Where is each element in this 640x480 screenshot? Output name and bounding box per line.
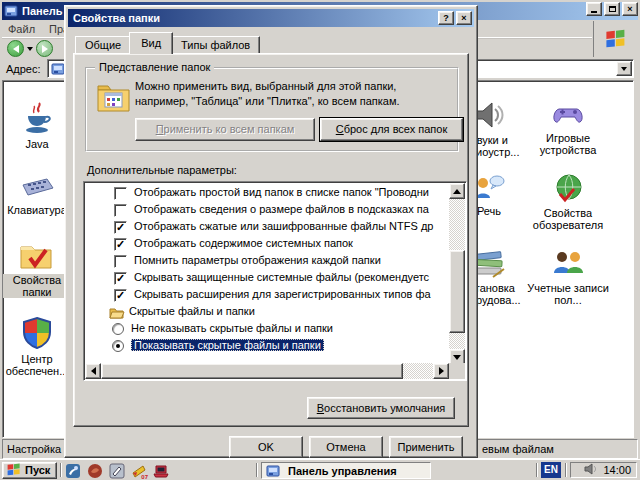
restore-button[interactable] <box>604 2 620 16</box>
security-icon <box>3 316 71 350</box>
arrow-up-icon <box>453 189 461 194</box>
language-indicator[interactable]: EN <box>541 462 561 478</box>
windows-flag-icon <box>6 461 22 480</box>
cp-icon-users[interactable]: Учетные записи пол... <box>525 249 611 306</box>
scrollbar-corner <box>449 363 465 379</box>
tree-item[interactable]: Не показывать скрытые файлы и папки <box>85 321 448 338</box>
tree-item-label[interactable]: Отображать простой вид папок в списке па… <box>134 186 429 198</box>
apply-to-all-folders-button[interactable]: Применить ко всем папкам <box>135 118 315 141</box>
start-button[interactable]: Пуск <box>2 462 57 479</box>
quick-launch-icon-4[interactable]: 07 <box>130 462 148 479</box>
folder-icon <box>109 306 125 322</box>
taskbar-task-control-panel[interactable]: Панель управления <box>261 462 431 479</box>
windows-logo-panel <box>593 21 637 57</box>
tree-item-label[interactable]: Отображать сведения о размере файлов в п… <box>134 203 429 215</box>
users-icon <box>525 249 611 279</box>
tab-Типы файлов[interactable]: Типы файлов <box>171 36 260 54</box>
start-label: Пуск <box>25 463 50 478</box>
minimize-button[interactable] <box>586 2 602 16</box>
tree-item-label[interactable]: Скрывать защищенные системные файлы (рек… <box>134 271 429 283</box>
dialog-controls: ? × <box>438 11 472 25</box>
inet-icon <box>525 172 611 204</box>
restore-icon <box>609 6 616 12</box>
horizontal-scroll-thumb[interactable] <box>101 363 403 379</box>
scroll-left-button[interactable] <box>85 363 101 379</box>
quick-launch-icon-1[interactable] <box>64 462 82 479</box>
icon-label: Клавиатура <box>7 204 67 216</box>
control-panel-icon <box>4 4 18 18</box>
tree-item-label[interactable]: Скрытые файлы и папки <box>129 305 255 317</box>
reset-all-folders-button[interactable]: Сброс для всех папок <box>320 118 463 141</box>
tab-Общие[interactable]: Общие <box>75 36 131 54</box>
checkbox-unchecked[interactable] <box>114 255 127 268</box>
scroll-up-button[interactable] <box>449 183 465 199</box>
tree-item[interactable]: ✓Скрывать расширения для зарегистрирован… <box>85 287 448 304</box>
tree-item[interactable]: ✓Отображать сжатые или зашифрованные фай… <box>85 219 448 236</box>
checkbox-checked[interactable]: ✓ <box>114 289 127 302</box>
tree-item-label[interactable]: Отображать содержимое системных папок <box>134 237 353 249</box>
tree-item-label[interactable]: Помнить параметры отображения каждой пап… <box>134 254 381 266</box>
cp-icon-java[interactable]: Java <box>3 101 71 150</box>
folder_options-icon <box>3 241 71 271</box>
dialog-titlebar[interactable]: Свойства папки <box>68 9 474 27</box>
cp-icon-inet[interactable]: Свойства обозревателя <box>525 172 611 231</box>
system-tray: 14:00 <box>570 462 637 478</box>
tree-item[interactable]: Показывать скрытые файлы и папки <box>85 338 448 355</box>
checkbox-checked[interactable]: ✓ <box>114 221 127 234</box>
checkbox-checked[interactable]: ✓ <box>114 238 127 251</box>
tree-item-label[interactable]: Скрывать расширения для зарегистрированн… <box>134 288 431 300</box>
tab-Вид[interactable]: Вид <box>129 32 173 54</box>
window-controls: × <box>586 2 638 16</box>
radio-selected[interactable] <box>112 340 124 352</box>
back-button[interactable] <box>7 40 24 57</box>
checkbox-unchecked[interactable] <box>114 187 127 200</box>
icon-label: Игровые устройства <box>525 132 611 156</box>
radio-unselected[interactable] <box>112 323 124 335</box>
cp-icon-games[interactable]: Игровые устройства <box>525 99 611 156</box>
help-button[interactable]: ? <box>438 11 454 25</box>
vertical-scroll-thumb[interactable] <box>449 250 465 333</box>
horizontal-scrollbar[interactable] <box>85 363 449 379</box>
folder-view-group: Представление папок Можно применить вид,… <box>85 67 459 152</box>
icon-label: Java <box>25 138 48 150</box>
tree-item[interactable]: ✓Скрывать защищенные системные файлы (ре… <box>85 270 448 287</box>
tree-item[interactable]: ✓Отображать содержимое системных папок <box>85 236 448 253</box>
tree-item[interactable]: Отображать простой вид папок в списке па… <box>85 185 448 202</box>
tree-item[interactable]: Помнить параметры отображения каждой пап… <box>85 253 448 270</box>
clock: 14:00 <box>603 464 631 476</box>
cp-icon-keyboard[interactable]: Клавиатура <box>3 171 71 216</box>
apply-button[interactable]: Применить <box>389 436 463 458</box>
quick-launch-icon-3[interactable] <box>108 462 126 479</box>
forward-button[interactable] <box>36 40 53 57</box>
address-dropdown-button[interactable] <box>616 61 632 76</box>
windows-logo-icon <box>603 26 629 52</box>
tree-item[interactable]: Отображать сведения о размере файлов в п… <box>85 202 448 219</box>
taskbar-separator <box>536 463 538 477</box>
quick-launch-icon-2[interactable] <box>86 462 104 479</box>
advanced-settings-label: Дополнительные параметры: <box>87 164 237 176</box>
cp-icon-folder_options[interactable]: Свойства папки <box>3 241 71 298</box>
restore-defaults-button[interactable]: Восстановить умолчания <box>307 397 455 419</box>
checkbox-unchecked[interactable] <box>114 204 127 217</box>
cp-icon-security[interactable]: Центр обеспечен... <box>3 316 71 377</box>
ok-button[interactable]: OK <box>229 436 303 458</box>
control-panel-icon <box>51 62 65 76</box>
tree-item-label[interactable]: Показывать скрытые файлы и папки <box>131 339 324 351</box>
volume-icon[interactable] <box>584 463 598 477</box>
back-dropdown-icon[interactable] <box>27 47 33 51</box>
tree-item-label[interactable]: Не показывать скрытые файлы и папки <box>131 322 333 334</box>
close-button[interactable]: × <box>622 2 638 16</box>
close-button[interactable]: × <box>456 11 472 25</box>
vertical-scrollbar[interactable] <box>449 183 465 365</box>
quick-launch-badge: 07 <box>141 474 148 480</box>
checkbox-checked[interactable]: ✓ <box>114 272 127 285</box>
cancel-button[interactable]: Отмена <box>309 436 383 458</box>
menu-item[interactable]: Файл <box>8 23 35 35</box>
arrow-right-icon <box>439 367 444 375</box>
tree-item[interactable]: Скрытые файлы и папки <box>85 304 448 321</box>
icon-label: Свойства папки <box>3 274 71 298</box>
tree-item-label[interactable]: Отображать сжатые или зашифрованные файл… <box>134 220 433 232</box>
quick-launch-icon-5[interactable] <box>152 462 170 479</box>
icon-label: Учетные записи пол... <box>525 282 611 306</box>
scroll-right-button[interactable] <box>433 363 449 379</box>
